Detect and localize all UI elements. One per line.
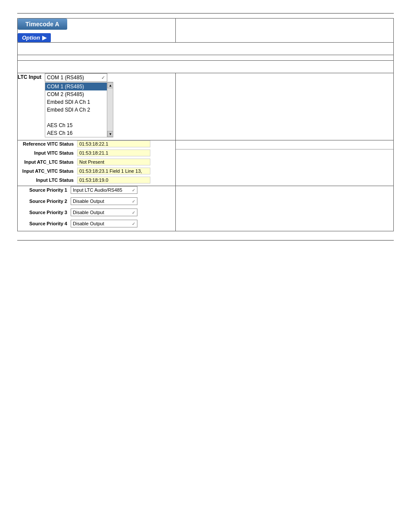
option-arrow-icon: ▶: [42, 34, 47, 41]
header-row: Timecode A Option ▶: [18, 19, 394, 43]
priority-value-0: Input LTC Audio/RS485: [73, 187, 122, 193]
priority-select-0[interactable]: Input LTC Audio/RS485 ✓: [71, 186, 137, 194]
status-row-4: Input LTC Status 01:53:18:19.0: [18, 177, 175, 184]
ltc-chevron-icon: ✓: [101, 75, 105, 81]
status-row: Reference VITC Status 01:53:18:22.1 Inpu…: [18, 140, 394, 186]
priority-label-3: Source Priority 4: [18, 221, 67, 226]
priority-label-1: Source Priority 2: [18, 199, 67, 204]
ltc-dropdown: COM 1 (RS485) COM 2 (RS485) Embed SDI A …: [45, 82, 107, 137]
status-label-0: Reference VITC Status: [18, 141, 74, 146]
dropdown-item-1[interactable]: COM 2 (RS485): [45, 90, 107, 98]
priority-value-2: Disable Output: [73, 210, 104, 215]
priority-chevron-0: ✓: [132, 188, 135, 193]
priority-row-2: Source Priority 3 Disable Output ✓: [18, 208, 175, 216]
status-value-1: 01:53:18:21.1: [77, 149, 150, 156]
top-rule: [17, 13, 394, 14]
priority-section-right: [175, 186, 393, 231]
status-value-4: 01:53:18:19.0: [77, 177, 150, 184]
status-value-2: Not Present: [77, 159, 150, 165]
status-row-2: Input ATC_LTC Status Not Present: [18, 159, 175, 165]
content-row-2: [18, 43, 394, 55]
priority-label-2: Source Priority 3: [18, 210, 67, 215]
ltc-label-container: LTC Input COM 1 (RS485) ✓ COM 1 (RS485) …: [18, 73, 175, 137]
option-label: Option: [22, 34, 40, 41]
page-container: Timecode A Option ▶: [0, 13, 411, 532]
dropdown-item-4: [45, 114, 107, 121]
status-label-1: Input VITC Status: [18, 150, 74, 156]
content-row-3: [18, 55, 394, 61]
ltc-row: LTC Input COM 1 (RS485) ✓ COM 1 (RS485) …: [18, 73, 394, 140]
ltc-section-right: [175, 73, 393, 140]
ltc-input-label: LTC Input: [18, 73, 41, 80]
content-row-4: [18, 61, 394, 73]
priority-row: Source Priority 1 Input LTC Audio/RS485 …: [18, 186, 394, 231]
priority-select-1[interactable]: Disable Output ✓: [71, 197, 137, 205]
status-row-1: Input VITC Status 01:53:18:21.1: [18, 149, 175, 156]
dropdown-item-6[interactable]: AES Ch 16: [45, 129, 107, 137]
timecode-badge: Timecode A: [18, 19, 67, 30]
priority-select-2[interactable]: Disable Output ✓: [71, 208, 137, 216]
priority-chevron-2: ✓: [132, 210, 135, 215]
priority-value-3: Disable Output: [73, 221, 104, 226]
priority-row-1: Source Priority 2 Disable Output ✓: [18, 197, 175, 205]
dropdown-item-3[interactable]: Embed SDI A Ch 2: [45, 106, 107, 114]
status-row-0: Reference VITC Status 01:53:18:22.1: [18, 140, 175, 147]
status-section-left: Reference VITC Status 01:53:18:22.1 Inpu…: [18, 140, 176, 186]
priority-value-1: Disable Output: [73, 199, 104, 204]
ltc-selected-value: COM 1 (RS485): [47, 75, 84, 81]
scroll-down-button[interactable]: ▼: [107, 131, 113, 137]
ltc-scrollbar[interactable]: ▲ ▼: [107, 82, 113, 137]
priority-row-0: Source Priority 1 Input LTC Audio/RS485 …: [18, 186, 175, 194]
priority-chevron-1: ✓: [132, 199, 135, 204]
priority-select-3[interactable]: Disable Output ✓: [71, 220, 137, 227]
status-row-3: Input ATC_VITC Status 01:53:18:23.1 Fiel…: [18, 168, 175, 174]
status-label-4: Input LTC Status: [18, 177, 74, 183]
priority-row-3: Source Priority 4 Disable Output ✓: [18, 220, 175, 227]
status-label-3: Input ATC_VITC Status: [18, 168, 74, 174]
main-table: Timecode A Option ▶: [17, 18, 394, 231]
ltc-select-box[interactable]: COM 1 (RS485) ✓: [45, 73, 107, 82]
header-left-cell: Timecode A Option ▶: [18, 19, 176, 43]
option-button[interactable]: Option ▶: [18, 33, 51, 42]
bottom-rule: [17, 240, 394, 241]
status-value-3: 01:53:18:23.1 Field 1 Line 13,: [77, 168, 150, 174]
dropdown-item-2[interactable]: Embed SDI A Ch 1: [45, 98, 107, 106]
scroll-up-button[interactable]: ▲: [107, 82, 113, 88]
dropdown-item-5[interactable]: AES Ch 15: [45, 121, 107, 129]
ltc-dropdown-wrapper: COM 1 (RS485) COM 2 (RS485) Embed SDI A …: [45, 82, 113, 137]
status-label-2: Input ATC_LTC Status: [18, 159, 74, 165]
header-right-cell: [175, 19, 393, 43]
status-value-0: 01:53:18:22.1: [77, 140, 150, 147]
ltc-select-container: COM 1 (RS485) ✓ COM 1 (RS485) COM 2 (RS4…: [45, 73, 113, 137]
ltc-section-left: LTC Input COM 1 (RS485) ✓ COM 1 (RS485) …: [18, 73, 176, 140]
status-section-right: [175, 140, 393, 186]
priority-section-left: Source Priority 1 Input LTC Audio/RS485 …: [18, 186, 176, 231]
status-divider: [176, 149, 393, 149]
priority-label-0: Source Priority 1: [18, 187, 67, 193]
priority-chevron-3: ✓: [132, 221, 135, 226]
dropdown-item-0[interactable]: COM 1 (RS485): [45, 83, 107, 90]
